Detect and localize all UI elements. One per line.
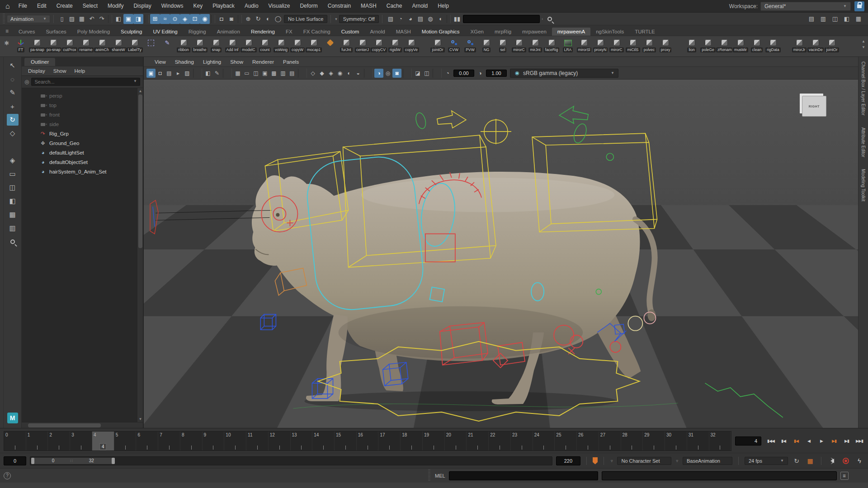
gear-icon[interactable]: ✱ — [1, 37, 13, 47]
shelf-button[interactable]: ✎ copyW — [289, 37, 306, 52]
scroll-down-icon[interactable]: ▼ — [862, 45, 865, 49]
viewport-icon[interactable]: ◆ — [317, 69, 326, 78]
shelf-tab[interactable]: mrpaween — [517, 28, 552, 36]
menu-item[interactable]: Audio — [240, 3, 264, 9]
zoom-tool-button[interactable] — [7, 236, 19, 248]
status-icon[interactable]: ▮▮ — [452, 14, 462, 24]
status-icon[interactable] — [447, 15, 451, 23]
shelf-button[interactable]: ✎ clean — [749, 37, 765, 52]
shelf-button[interactable]: ✎ CVW — [446, 37, 462, 52]
outliner-item[interactable]: + ↷ ❖ ◕ Ground_Geo — [22, 138, 143, 148]
viewport-icon[interactable]: ◫ — [251, 69, 260, 78]
script-editor-icon[interactable]: ≣ — [840, 472, 849, 480]
timeline-frame-cell[interactable]: 14 — [312, 432, 335, 450]
menu-item[interactable]: Display — [128, 3, 156, 9]
shelf-button[interactable]: ✎ mirJnt — [527, 37, 543, 52]
menu-item[interactable]: Windows — [156, 3, 189, 9]
timeline-frame-cell[interactable]: 13 — [291, 432, 313, 450]
viewport-icon[interactable]: ▸ — [174, 69, 183, 78]
playback-button[interactable]: ▶▮ — [828, 435, 840, 447]
timeline-frame-cell[interactable]: 6 — [136, 432, 158, 450]
outliner-menu-item[interactable]: Show — [50, 67, 70, 75]
shelf-button[interactable]: ✎ proxyN — [592, 37, 609, 52]
status-icon[interactable]: ◐ — [263, 14, 273, 24]
mute-audio-icon[interactable] — [827, 456, 837, 466]
viewport-icon[interactable]: ▥ — [278, 69, 288, 78]
timeline-frame-cell[interactable]: 1 — [26, 432, 48, 450]
status-icon[interactable]: ⊡ — [190, 14, 200, 24]
tool-button[interactable]: ↖ — [7, 60, 19, 71]
timeline-frame-cell[interactable]: 22 — [489, 432, 511, 450]
shelf-button[interactable]: ✎ — [674, 37, 684, 52]
shelf-button[interactable]: ✎ mocap1 — [306, 37, 322, 52]
viewport-icon[interactable]: ▤ — [165, 69, 174, 78]
shelf-button[interactable]: ✎ poleGe — [700, 37, 716, 52]
shelf-tab[interactable]: Surfaces — [40, 28, 71, 36]
shelf-tab[interactable]: FX — [280, 28, 298, 36]
scroll-up-icon[interactable]: ▲ — [137, 88, 143, 94]
gamma-field[interactable]: 1.00 — [486, 70, 507, 77]
timeline-frame-cell[interactable]: 17 — [378, 432, 401, 450]
shelf-tab[interactable]: Sculpting — [115, 28, 147, 36]
timeline-frame-cell[interactable]: 7 — [158, 432, 180, 450]
current-frame-marker[interactable]: 4 — [99, 443, 107, 450]
timeline-frame-cell[interactable]: 32 — [709, 432, 731, 450]
outliner-item[interactable]: + ↷ ❖ ◕ defaultLightSet — [22, 148, 143, 157]
sidebar-tab[interactable]: Channel Box / Layer Editor — [861, 61, 866, 116]
outliner-horizontal-scrollbar[interactable] — [22, 422, 143, 428]
shelf-button[interactable]: ✎ vacinDe — [807, 37, 824, 52]
animation-snapshot-icon[interactable] — [841, 456, 851, 466]
viewport-icon[interactable]: ◉ — [335, 69, 344, 78]
outliner-item[interactable]: + ↷ ❖ ◕ hairSystem_0_Anim_Set — [22, 167, 143, 176]
shelf-button[interactable]: ✎ mirorC — [511, 37, 527, 52]
status-icon[interactable]: ◕ — [406, 14, 415, 24]
playback-button[interactable]: ▶▮ — [841, 435, 853, 447]
timeline-frame-cell[interactable]: 28 — [621, 432, 643, 450]
shelf-tab[interactable]: Animation — [212, 28, 245, 36]
shelf-button[interactable]: ✎ LabelTy — [127, 37, 143, 52]
tool-button[interactable]: + — [7, 100, 19, 112]
shelf-button[interactable]: ✎ snap — [208, 37, 224, 52]
viewport-icon[interactable]: ◇ — [308, 69, 317, 78]
outliner-item[interactable]: + ↷ ❖ ◕ top — [22, 100, 143, 110]
playback-button[interactable]: ▶ — [816, 435, 827, 447]
shelf-tab[interactable]: ngSkinTools — [590, 28, 629, 36]
timeline-frame-cell[interactable]: 11 — [246, 432, 269, 450]
shelf-tab[interactable]: Arnold — [364, 28, 390, 36]
shelf-button[interactable]: ✎ jointOr — [824, 37, 840, 52]
viewport-icon[interactable]: ▭ — [242, 69, 251, 78]
viewport-icon[interactable]: ◈ — [326, 69, 335, 78]
shelf-button[interactable]: ✎ lion — [684, 37, 700, 52]
status-icon[interactable]: ▯ — [57, 14, 67, 24]
scrollbar-thumb[interactable] — [28, 423, 101, 427]
viewport-menu-item[interactable]: Show — [226, 59, 248, 65]
viewport-menu-item[interactable]: Panels — [278, 59, 303, 65]
status-icon[interactable] — [108, 15, 112, 23]
status-icon[interactable]: ⊞ — [150, 14, 160, 24]
menu-item[interactable]: Arnold — [407, 3, 433, 9]
viewport-menu-item[interactable]: Shading — [170, 59, 198, 65]
shelf-button[interactable]: ✎ mirorJr — [791, 37, 807, 52]
status-icon[interactable]: ⊕ — [243, 14, 253, 24]
status-icon[interactable] — [211, 15, 215, 23]
shelf-tab[interactable]: Rendering — [245, 28, 280, 36]
status-icon[interactable] — [145, 15, 149, 23]
timeline-frame-cell[interactable]: 31 — [687, 432, 709, 450]
shelf-button[interactable]: ✎ furJnt — [338, 37, 354, 52]
exposure-field[interactable]: 0.00 — [453, 70, 474, 77]
outliner-menu-item[interactable]: Help — [71, 67, 89, 75]
sidebar-toggle-icon[interactable]: ▦ — [854, 14, 863, 24]
range-grip[interactable]: ∷ — [70, 459, 73, 463]
layout-button[interactable]: ▭ — [7, 168, 19, 180]
viewport-icon[interactable]: ◧ — [203, 69, 212, 78]
viewport-icon[interactable]: ◫ — [422, 69, 431, 78]
outliner-item[interactable]: + ↷ ❖ ◕ side — [22, 119, 143, 129]
timeline-frame-cell[interactable]: 29 — [643, 432, 665, 450]
timeline-frame-cell[interactable]: 27 — [599, 432, 621, 450]
shelf-tab[interactable]: TURTLE — [629, 28, 660, 36]
menu-item[interactable]: File — [14, 3, 32, 9]
shelf-button[interactable]: ✎ musMir — [732, 37, 749, 52]
shelf-button[interactable]: ✎ — [420, 37, 429, 52]
shelf-tab[interactable]: MASH — [391, 28, 416, 36]
view-cube[interactable]: RIGHT — [802, 96, 826, 117]
